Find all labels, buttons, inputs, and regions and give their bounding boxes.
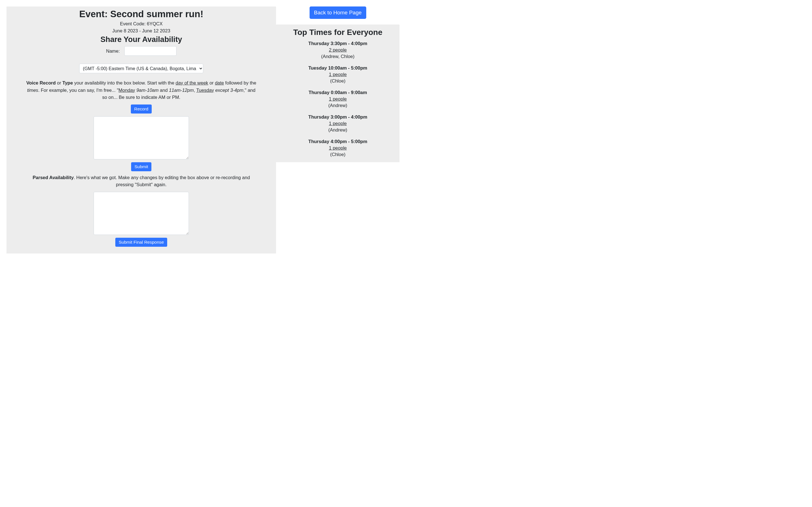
top-times-title: Top Times for Everyone <box>279 28 397 37</box>
parsed-label: Parsed Availability <box>33 175 74 180</box>
instr-type: Type <box>62 80 73 86</box>
submit-final-button[interactable]: Submit Final Response <box>115 238 167 247</box>
back-to-home-button[interactable]: Back to Home Page <box>310 6 366 19</box>
parsed-availability-text: Parsed Availability. Here's what we got.… <box>26 174 256 188</box>
instr-voice-record: Voice Record <box>26 80 56 86</box>
share-availability-heading: Share Your Availability <box>26 35 256 44</box>
top-time-slot: Thursday 3:00pm - 4:00pm 1 people (Andre… <box>279 114 397 133</box>
slot-people-names: (Chloe) <box>279 152 397 157</box>
timezone-select[interactable]: (GMT -5:00) Eastern Time (US & Canada), … <box>79 64 203 73</box>
top-time-slot: Thursday 3:30pm - 4:00pm 2 people (Andre… <box>279 41 397 59</box>
slot-people-count[interactable]: 1 people <box>329 145 347 151</box>
name-input[interactable] <box>124 46 176 56</box>
event-title: Event: Second summer run! <box>26 9 256 19</box>
slot-time: Tuesday 10:00am - 5:00pm <box>279 65 397 71</box>
slot-people-names: (Andrew) <box>279 103 397 108</box>
event-code: Event Code: 6YQCX <box>26 21 256 26</box>
top-times-panel: Top Times for Everyone Thursday 3:30pm -… <box>276 24 400 162</box>
slot-people-names: (Chloe) <box>279 78 397 83</box>
parsed-availability-textarea[interactable] <box>94 192 189 235</box>
slot-people-count[interactable]: 1 people <box>329 121 347 126</box>
record-button[interactable]: Record <box>131 105 152 114</box>
slot-people-count[interactable]: 1 people <box>329 72 347 77</box>
name-row: Name: <box>26 46 256 56</box>
submit-button[interactable]: Submit <box>131 162 151 171</box>
instructions-text: Voice Record or Type your availability i… <box>26 79 256 101</box>
main-panel: Event: Second summer run! Event Code: 6Y… <box>6 6 276 253</box>
slot-time: Thursday 0:00am - 9:00am <box>279 90 397 95</box>
slot-people-names: (Andrew) <box>279 127 397 133</box>
slot-time: Thursday 4:00pm - 5:00pm <box>279 139 397 144</box>
top-time-slot: Thursday 4:00pm - 5:00pm 1 people (Chloe… <box>279 139 397 157</box>
slot-people-names: (Andrew, Chloe) <box>279 54 397 59</box>
slot-time: Thursday 3:30pm - 4:00pm <box>279 41 397 46</box>
slot-people-count[interactable]: 2 people <box>329 47 347 53</box>
event-date-range: June 8 2023 - June 12 2023 <box>26 28 256 34</box>
name-label: Name: <box>106 48 120 54</box>
slot-time: Thursday 3:00pm - 4:00pm <box>279 114 397 120</box>
top-time-slot: Thursday 0:00am - 9:00am 1 people (Andre… <box>279 90 397 108</box>
slot-people-count[interactable]: 1 people <box>329 96 347 102</box>
top-time-slot: Tuesday 10:00am - 5:00pm 1 people (Chloe… <box>279 65 397 83</box>
availability-textarea[interactable] <box>94 116 189 159</box>
